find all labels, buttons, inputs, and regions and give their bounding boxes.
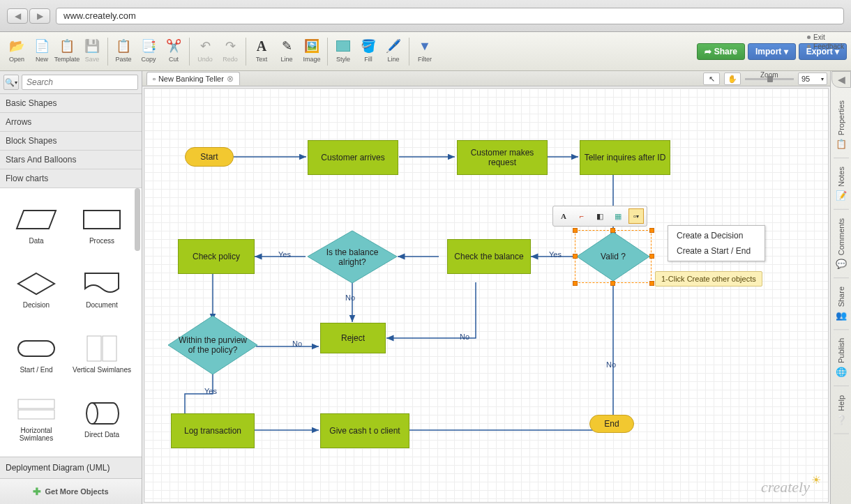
panel-publish[interactable]: 🌐Publish <box>834 330 849 386</box>
panel-properties[interactable]: 📋Properties <box>834 92 849 158</box>
help-icon: ❔ <box>836 414 847 425</box>
get-more-objects-button[interactable]: ✚Get More Objects <box>0 478 142 504</box>
text-format-button[interactable]: A <box>556 208 571 224</box>
new-button[interactable]: 📄New <box>29 32 54 68</box>
undo-button[interactable]: ↶Undo <box>193 32 218 68</box>
exit-link[interactable]: Exit <box>807 33 844 41</box>
connector-button[interactable]: ⌐ <box>574 208 589 224</box>
svg-marker-2 <box>18 273 54 294</box>
feedback-link[interactable]: Feedback <box>807 43 844 50</box>
share-button[interactable]: ➦Share <box>697 43 745 60</box>
paste-button[interactable]: 📋Paste <box>111 32 136 68</box>
share-icon: ➦ <box>705 47 711 56</box>
flowchart-customer-arrives[interactable]: Customer arrives <box>308 140 398 175</box>
svg-rect-6 <box>18 399 54 408</box>
flowchart-give-cash[interactable]: Give cash t o client <box>320 413 409 448</box>
create-object-button[interactable]: ▫▾ <box>628 208 644 224</box>
properties-icon: 📋 <box>836 139 847 149</box>
open-button[interactable]: 📂Open <box>4 32 29 68</box>
sidebar-footer-item[interactable]: Deployment Diagram (UML) <box>0 457 142 478</box>
flowchart-teller-inquires[interactable]: Teller inquires after ID <box>580 140 670 175</box>
flowchart-customer-request[interactable]: Customer makes request <box>457 140 548 175</box>
import-button[interactable]: Import ▾ <box>748 43 796 60</box>
flowchart-start[interactable]: Start <box>185 147 234 167</box>
flowchart-valid[interactable]: Valid ? <box>577 232 649 281</box>
text-icon: A <box>253 38 270 54</box>
template-button[interactable]: 📋Template <box>54 32 80 68</box>
shape-vertical-swimlanes[interactable]: Vertical Swimlanes <box>70 323 134 386</box>
panel-share[interactable]: 👥Share <box>834 278 849 330</box>
flowchart-check-policy[interactable]: Check policy <box>178 239 255 274</box>
browser-url-input[interactable]: www.creately.com <box>56 8 844 24</box>
style-icon <box>335 38 352 54</box>
flowchart-reject[interactable]: Reject <box>320 323 386 353</box>
flowchart-check-balance[interactable]: Check the balance <box>447 239 531 274</box>
document-tab-title: New Banking Teller <box>158 75 224 83</box>
category-block-shapes[interactable]: Block Shapes <box>0 132 142 151</box>
menu-create-start-end[interactable]: Create a Start / End <box>668 243 765 259</box>
redo-button[interactable]: ↷Redo <box>218 32 243 68</box>
filter-button[interactable]: ▼Filter <box>412 32 437 68</box>
pointer-tool[interactable]: ↖ <box>703 72 720 85</box>
svg-marker-0 <box>17 211 56 229</box>
shape-decision[interactable]: Decision <box>4 259 68 321</box>
right-panels: ◀ 📋Properties 📝Notes 💬Comments 👥Share 🌐P… <box>830 71 851 504</box>
svg-rect-3 <box>18 341 54 356</box>
line-tool-button[interactable]: ✎Line <box>274 32 299 68</box>
panel-comments[interactable]: 💬Comments <box>834 210 849 278</box>
category-flow-charts[interactable]: Flow charts <box>0 169 142 188</box>
shape-document[interactable]: Document <box>70 259 134 321</box>
style-button[interactable]: Style <box>331 32 356 68</box>
context-menu: Create a Decision Create a Start / End <box>668 225 765 261</box>
browser-forward-button[interactable]: ▶ <box>29 8 50 24</box>
shape-data[interactable]: Data <box>4 194 68 257</box>
save-button[interactable]: 💾Save <box>80 32 105 68</box>
panel-help[interactable]: ❔Help <box>834 387 849 434</box>
category-arrows[interactable]: Arrows <box>0 113 142 132</box>
shape-horizontal-swimlanes[interactable]: Horizontal Swimlanes <box>4 388 68 450</box>
cut-button[interactable]: ✂️Cut <box>161 32 186 68</box>
zoom-value-input[interactable]: 95▾ <box>798 72 827 85</box>
edge-label-no: No <box>345 293 355 302</box>
image-tool-button[interactable]: 🖼️Image <box>299 32 324 68</box>
shape-start-end[interactable]: Start / End <box>4 323 68 386</box>
new-file-icon: 📄 <box>33 38 50 54</box>
expand-panels-button[interactable]: ◀ <box>831 71 851 88</box>
zoom-slider[interactable] <box>745 78 794 80</box>
hand-tool[interactable]: ✋ <box>724 72 741 85</box>
shape-process[interactable]: Process <box>70 194 134 257</box>
fill-button[interactable]: 🪣Fill <box>356 32 381 68</box>
category-stars-balloons[interactable]: Stars And Balloons <box>0 151 142 169</box>
flowchart-log-transaction[interactable]: Log transaction <box>171 413 255 448</box>
diagram-canvas[interactable]: Start Customer arrives Customer makes re… <box>144 88 829 503</box>
shape-direct-data[interactable]: Direct Data <box>70 388 134 450</box>
search-input[interactable] <box>22 75 138 90</box>
shapes-scrollbar[interactable] <box>135 188 140 251</box>
redo-icon: ↷ <box>222 38 239 54</box>
flowchart-end[interactable]: End <box>589 415 634 433</box>
edge-label-no: No <box>606 360 616 369</box>
tab-close-button[interactable]: ⊗ <box>227 74 234 84</box>
svg-rect-5 <box>103 336 116 361</box>
arrange-button[interactable]: ◧ <box>592 208 608 224</box>
line-icon: ✎ <box>278 38 295 54</box>
paste-icon: 📋 <box>115 38 132 54</box>
line-style-button[interactable]: 🖊️Line <box>381 32 406 68</box>
text-tool-button[interactable]: AText <box>249 32 274 68</box>
edge-label-yes: Yes <box>549 250 562 259</box>
copy-button[interactable]: 📑Copy <box>136 32 161 68</box>
selection-toolbar: A ⌐ ◧ ▦ ▫▾ <box>552 206 647 227</box>
category-basic-shapes[interactable]: Basic Shapes <box>0 94 142 113</box>
flowchart-within-policy[interactable]: Within the purview of the policy? <box>168 316 257 374</box>
menu-create-decision[interactable]: Create a Decision <box>668 228 765 243</box>
browser-back-button[interactable]: ◀ <box>7 8 28 24</box>
search-options-button[interactable]: 🔍▾ <box>3 75 19 90</box>
panel-notes[interactable]: 📝Notes <box>834 158 849 210</box>
grid-button[interactable]: ▦ <box>610 208 626 224</box>
folder-icon: 📂 <box>8 38 25 54</box>
edge-label-no: No <box>460 333 469 341</box>
line-style-icon: 🖊️ <box>385 38 402 54</box>
document-tab[interactable]: ▫ New Banking Teller ⊗ <box>146 72 240 85</box>
flowchart-balance-alright[interactable]: Is the balance alright? <box>308 231 397 283</box>
undo-icon: ↶ <box>197 38 213 54</box>
